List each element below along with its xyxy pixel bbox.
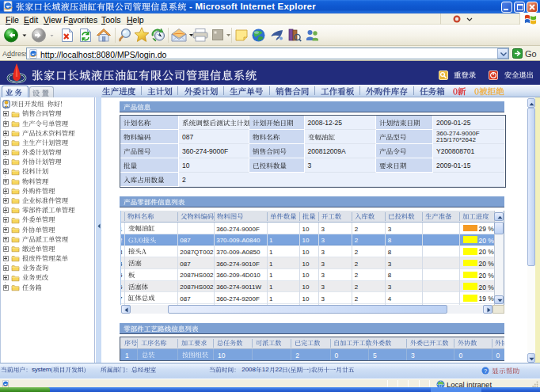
svg-text:?: ? — [484, 367, 487, 375]
